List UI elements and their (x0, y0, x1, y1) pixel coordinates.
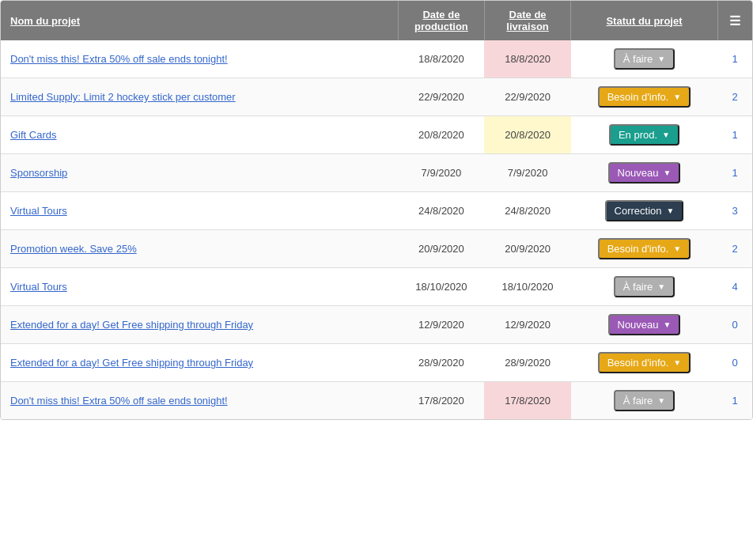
date-livr-cell: 18/8/2020 (484, 40, 570, 78)
statut-badge[interactable]: À faire ▼ (614, 390, 675, 411)
dropdown-arrow-icon: ▼ (657, 282, 665, 291)
project-name-cell: Limited Supply: Limit 2 hockey stick per… (1, 78, 398, 116)
projects-table-container: Nom du projet Date deproduction Date del… (0, 0, 753, 420)
project-name-cell: Extended for a day! Get Free shipping th… (1, 344, 398, 382)
project-name-link[interactable]: Virtual Tours (10, 281, 67, 293)
dropdown-arrow-icon: ▼ (664, 320, 672, 329)
statut-badge[interactable]: Besoin d'info. ▼ (598, 352, 691, 373)
project-name-link[interactable]: Don't miss this! Extra 50% off sale ends… (10, 395, 228, 407)
date-livr-cell: 12/9/2020 (484, 306, 570, 344)
project-name-cell: Virtual Tours (1, 192, 398, 230)
count-cell[interactable]: 0 (717, 344, 752, 382)
table-row: Extended for a day! Get Free shipping th… (1, 306, 752, 344)
date-prod-cell: 28/9/2020 (398, 344, 484, 382)
statut-cell: En prod. ▼ (571, 116, 718, 154)
col-name-label[interactable]: Nom du projet (10, 15, 80, 27)
count-cell[interactable]: 1 (717, 154, 752, 192)
menu-icon[interactable]: ☰ (729, 14, 740, 28)
statut-cell: À faire ▼ (571, 40, 718, 78)
table-row: Promotion week. Save 25%20/9/202020/9/20… (1, 230, 752, 268)
date-livr-cell: 28/9/2020 (484, 344, 570, 382)
table-row: Virtual Tours24/8/202024/8/2020Correctio… (1, 192, 752, 230)
date-livr-cell: 18/10/2020 (484, 268, 570, 306)
date-livr-cell: 24/8/2020 (484, 192, 570, 230)
project-name-link[interactable]: Virtual Tours (10, 205, 67, 217)
dropdown-arrow-icon: ▼ (673, 358, 681, 367)
project-name-cell: Sponsorship (1, 154, 398, 192)
col-prod-label: Date deproduction (414, 9, 468, 32)
project-name-link[interactable]: Promotion week. Save 25% (10, 243, 137, 255)
col-livr-label: Date delivraison (506, 9, 548, 32)
project-name-cell: Promotion week. Save 25% (1, 230, 398, 268)
date-prod-cell: 20/9/2020 (398, 230, 484, 268)
table-row: Don't miss this! Extra 50% off sale ends… (1, 382, 752, 420)
table-row: Sponsorship7/9/20207/9/2020Nouveau ▼1 (1, 154, 752, 192)
statut-cell: Nouveau ▼ (571, 154, 718, 192)
project-name-link[interactable]: Limited Supply: Limit 2 hockey stick per… (10, 91, 236, 103)
table-row: Gift Cards20/8/202020/8/2020En prod. ▼1 (1, 116, 752, 154)
dropdown-arrow-icon: ▼ (657, 55, 665, 63)
table-row: Limited Supply: Limit 2 hockey stick per… (1, 78, 752, 116)
count-cell[interactable]: 1 (717, 382, 752, 420)
date-livr-cell: 22/9/2020 (484, 78, 570, 116)
date-prod-cell: 17/8/2020 (398, 382, 484, 420)
dropdown-arrow-icon: ▼ (667, 206, 675, 215)
project-name-cell: Gift Cards (1, 116, 398, 154)
statut-cell: Besoin d'info. ▼ (571, 344, 718, 382)
date-prod-cell: 7/9/2020 (398, 154, 484, 192)
date-prod-cell: 18/10/2020 (398, 268, 484, 306)
table-header-row: Nom du projet Date deproduction Date del… (1, 1, 752, 40)
statut-badge[interactable]: En prod. ▼ (609, 124, 679, 146)
statut-badge[interactable]: Besoin d'info. ▼ (598, 238, 691, 259)
project-name-link[interactable]: Gift Cards (10, 129, 57, 141)
project-name-cell: Don't miss this! Extra 50% off sale ends… (1, 40, 398, 78)
statut-cell: Besoin d'info. ▼ (571, 78, 718, 116)
project-name-cell: Don't miss this! Extra 50% off sale ends… (1, 382, 398, 420)
statut-cell: Correction ▼ (571, 192, 718, 230)
table-body: Don't miss this! Extra 50% off sale ends… (1, 40, 752, 419)
date-prod-cell: 18/8/2020 (398, 40, 484, 78)
project-name-link[interactable]: Don't miss this! Extra 50% off sale ends… (10, 53, 228, 65)
date-livr-cell: 20/9/2020 (484, 230, 570, 268)
dropdown-arrow-icon: ▼ (664, 168, 672, 177)
project-name-cell: Virtual Tours (1, 268, 398, 306)
count-cell[interactable]: 4 (717, 268, 752, 306)
col-header-prod[interactable]: Date deproduction (398, 1, 484, 40)
statut-cell: À faire ▼ (571, 382, 718, 420)
date-prod-cell: 20/8/2020 (398, 116, 484, 154)
dropdown-arrow-icon: ▼ (673, 244, 681, 253)
date-prod-cell: 24/8/2020 (398, 192, 484, 230)
dropdown-arrow-icon: ▼ (662, 131, 670, 139)
statut-badge[interactable]: Besoin d'info. ▼ (598, 86, 691, 108)
statut-cell: Nouveau ▼ (571, 306, 718, 344)
statut-badge[interactable]: À faire ▼ (614, 48, 675, 70)
project-name-link[interactable]: Sponsorship (10, 167, 67, 179)
statut-badge[interactable]: Nouveau ▼ (608, 162, 681, 184)
dropdown-arrow-icon: ▼ (673, 93, 681, 101)
date-prod-cell: 22/9/2020 (398, 78, 484, 116)
dropdown-arrow-icon: ▼ (657, 396, 665, 405)
count-cell[interactable]: 1 (717, 116, 752, 154)
col-statut-label: Statut du projet (606, 15, 682, 27)
project-name-link[interactable]: Extended for a day! Get Free shipping th… (10, 357, 253, 369)
count-cell[interactable]: 2 (717, 78, 752, 116)
date-prod-cell: 12/9/2020 (398, 306, 484, 344)
count-cell[interactable]: 0 (717, 306, 752, 344)
statut-badge[interactable]: Nouveau ▼ (608, 314, 681, 335)
table-row: Don't miss this! Extra 50% off sale ends… (1, 40, 752, 78)
count-cell[interactable]: 3 (717, 192, 752, 230)
table-row: Extended for a day! Get Free shipping th… (1, 344, 752, 382)
col-header-livr[interactable]: Date delivraison (484, 1, 570, 40)
project-name-cell: Extended for a day! Get Free shipping th… (1, 306, 398, 344)
col-header-statut[interactable]: Statut du projet (571, 1, 718, 40)
col-header-menu[interactable]: ☰ (717, 1, 752, 40)
date-livr-cell: 17/8/2020 (484, 382, 570, 420)
project-name-link[interactable]: Extended for a day! Get Free shipping th… (10, 319, 253, 331)
statut-badge[interactable]: À faire ▼ (614, 276, 675, 297)
statut-cell: À faire ▼ (571, 268, 718, 306)
count-cell[interactable]: 2 (717, 230, 752, 268)
statut-badge[interactable]: Correction ▼ (605, 200, 684, 221)
count-cell[interactable]: 1 (717, 40, 752, 78)
projects-table: Nom du projet Date deproduction Date del… (1, 1, 752, 419)
col-header-name[interactable]: Nom du projet (1, 1, 398, 40)
